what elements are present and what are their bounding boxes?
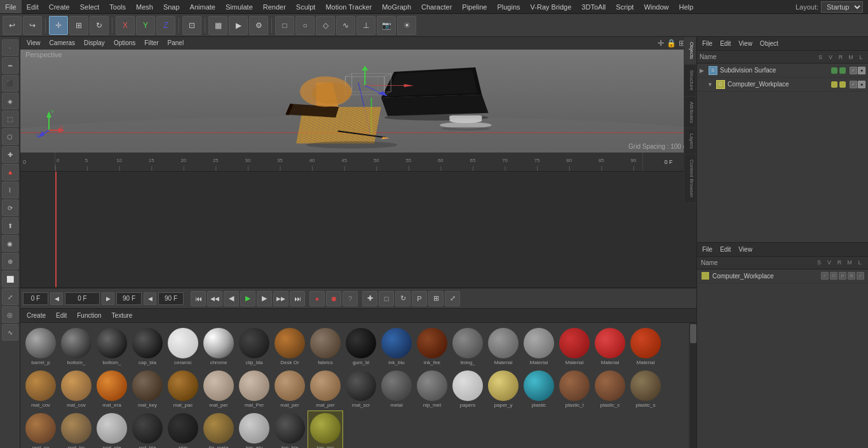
vp-menu-display[interactable]: Display bbox=[80, 39, 109, 46]
redo-button[interactable]: ↪ bbox=[23, 16, 42, 35]
tool-uv[interactable]: ⬚ bbox=[2, 111, 18, 127]
obj-menu-edit[interactable]: Edit bbox=[717, 40, 733, 47]
obj-item-computer[interactable]: ▼ C Computer_Workplace ✓ ● bbox=[697, 78, 868, 92]
menu-select[interactable]: Select bbox=[75, 0, 105, 13]
obj-expand-2[interactable]: ▼ bbox=[707, 81, 714, 88]
menu-render[interactable]: Render bbox=[258, 0, 291, 13]
material-item-25[interactable]: mat_per bbox=[272, 368, 308, 411]
vtab-attributes[interactable]: Attributes bbox=[684, 97, 696, 129]
material-item-17[interactable]: Material bbox=[628, 325, 663, 368]
material-item-4[interactable]: ceramic bbox=[165, 325, 201, 368]
material-item-6[interactable]: clip_bla bbox=[236, 325, 272, 368]
obj-dot2-1[interactable] bbox=[839, 67, 846, 74]
tool-knife[interactable]: ⌇ bbox=[2, 182, 18, 198]
y-axis-button[interactable]: Y bbox=[136, 16, 155, 35]
frame-end-input2[interactable] bbox=[158, 292, 184, 305]
tool-poly[interactable]: ⬛ bbox=[2, 75, 18, 92]
frame-dec-button[interactable]: ◀ bbox=[50, 292, 63, 305]
material-item-18[interactable]: mat_cov bbox=[23, 368, 58, 411]
attr-icon-4[interactable]: ⊞ bbox=[848, 272, 855, 280]
cube-button[interactable]: □ bbox=[275, 16, 294, 35]
material-item-13[interactable]: Material bbox=[485, 325, 521, 368]
material-item-34[interactable]: plastic_c bbox=[592, 368, 628, 411]
menu-window[interactable]: Window bbox=[639, 0, 674, 13]
obj-dot-yellow-2[interactable] bbox=[831, 81, 837, 88]
material-item-9[interactable]: gum_bl bbox=[343, 325, 379, 368]
tool-bevel[interactable]: ◉ bbox=[2, 235, 18, 252]
menu-tools[interactable]: Tools bbox=[104, 0, 131, 13]
attr-menu-file[interactable]: File bbox=[700, 246, 715, 253]
render-settings-button[interactable]: ⚙ bbox=[249, 16, 268, 35]
vp-icon-move[interactable]: ✛ bbox=[658, 39, 664, 48]
obj-item-subdivision[interactable]: ▶ S Subdivision Surface ✓ ● bbox=[697, 64, 868, 78]
tool-model[interactable]: ◈ bbox=[2, 93, 18, 109]
menu-file[interactable]: File bbox=[0, 0, 22, 13]
material-item-8[interactable]: fabrics bbox=[308, 325, 343, 368]
obj-dot-green-1[interactable] bbox=[831, 67, 837, 74]
motion-grid-button[interactable]: ⊞ bbox=[428, 291, 444, 306]
frame-inc-button[interactable]: ▶ bbox=[102, 292, 114, 305]
world-coord-button[interactable]: ⊡ bbox=[182, 16, 201, 35]
menu-3dtoall[interactable]: 3DToAll bbox=[576, 0, 611, 13]
tool-soft-sel[interactable]: ◎ bbox=[2, 306, 18, 323]
material-item-16[interactable]: Material bbox=[592, 325, 628, 368]
material-item-28[interactable]: metal bbox=[379, 368, 414, 411]
frame-end-input[interactable] bbox=[116, 292, 142, 305]
material-item-26[interactable]: mat_per bbox=[308, 368, 343, 411]
attr-icon-5[interactable]: ⤢ bbox=[857, 272, 864, 280]
viewport[interactable]: View Cameras Display Options Filter Pane… bbox=[20, 37, 696, 153]
material-item-7[interactable]: Desk Or bbox=[272, 325, 308, 368]
mat-menu-function[interactable]: Function bbox=[74, 312, 104, 319]
obj-dot2-2[interactable] bbox=[839, 81, 846, 88]
material-item-11[interactable]: ink_fee bbox=[414, 325, 450, 368]
material-item-27[interactable]: mat_scr bbox=[343, 368, 379, 411]
tool-weld[interactable]: ⊕ bbox=[2, 253, 18, 269]
sphere-button[interactable]: ○ bbox=[295, 16, 315, 35]
material-item-21[interactable]: mat_key bbox=[130, 368, 165, 411]
menu-help[interactable]: Help bbox=[674, 0, 699, 13]
material-scroll-thumb[interactable] bbox=[690, 324, 696, 343]
menu-vray[interactable]: V-Ray Bridge bbox=[526, 0, 577, 13]
attr-icon-1[interactable]: ✓ bbox=[821, 272, 829, 280]
prev-frame-button[interactable]: ◀ bbox=[224, 291, 239, 306]
render-region-button[interactable]: ▦ bbox=[208, 16, 227, 35]
material-item-14[interactable]: Material bbox=[521, 325, 557, 368]
material-item-36[interactable]: port_co bbox=[23, 411, 58, 448]
material-item-32[interactable]: plastic bbox=[521, 368, 557, 411]
material-item-42[interactable]: top_alu bbox=[236, 411, 272, 448]
obj-check-icon-1[interactable]: ✓ bbox=[850, 67, 857, 74]
z-axis-button[interactable]: Z bbox=[156, 16, 175, 35]
timeline-help-button[interactable]: ? bbox=[342, 291, 358, 306]
polygon-button[interactable]: ◇ bbox=[316, 16, 335, 35]
motion-loop-button[interactable]: ↻ bbox=[395, 291, 410, 306]
attr-icon-3[interactable]: P bbox=[839, 272, 846, 280]
obj-menu-file[interactable]: File bbox=[700, 40, 715, 47]
menu-mograph[interactable]: MoGraph bbox=[377, 0, 416, 13]
tool-extrude[interactable]: ⬆ bbox=[2, 217, 18, 234]
menu-motion-tracker[interactable]: Motion Tracker bbox=[320, 0, 377, 13]
material-item-39[interactable]: rod_bla bbox=[130, 411, 165, 448]
vtab-objects[interactable]: Objects bbox=[684, 37, 696, 65]
material-item-33[interactable]: plastic_l bbox=[557, 368, 592, 411]
vp-menu-cameras[interactable]: Cameras bbox=[46, 39, 79, 46]
x-axis-button[interactable]: X bbox=[116, 16, 135, 35]
material-item-23[interactable]: mat_per bbox=[201, 368, 236, 411]
motion-add-button[interactable]: ✚ bbox=[362, 291, 377, 306]
render-view-button[interactable]: ▶ bbox=[229, 16, 248, 35]
vp-icon-lock[interactable]: 🔒 bbox=[667, 39, 676, 48]
play-button[interactable]: ▶ bbox=[240, 291, 255, 306]
menu-sculpt[interactable]: Sculpt bbox=[291, 0, 321, 13]
material-item-5[interactable]: chrome bbox=[201, 325, 236, 368]
tool-points[interactable]: · bbox=[2, 39, 18, 56]
rotate-tool-button[interactable]: ↻ bbox=[90, 16, 109, 35]
menu-mesh[interactable]: Mesh bbox=[131, 0, 158, 13]
material-item-44[interactable]: top_mo bbox=[308, 411, 343, 448]
frame-end-dec-button[interactable]: ◀ bbox=[144, 292, 156, 305]
material-item-0[interactable]: barrel_p bbox=[23, 325, 58, 368]
material-item-31[interactable]: paper_y bbox=[485, 368, 521, 411]
obj-menu-view[interactable]: View bbox=[736, 40, 755, 47]
menu-character[interactable]: Character bbox=[416, 0, 457, 13]
menu-script[interactable]: Script bbox=[611, 0, 639, 13]
goto-start-button[interactable]: ⏮ bbox=[191, 291, 206, 306]
attr-menu-edit[interactable]: Edit bbox=[717, 246, 733, 253]
